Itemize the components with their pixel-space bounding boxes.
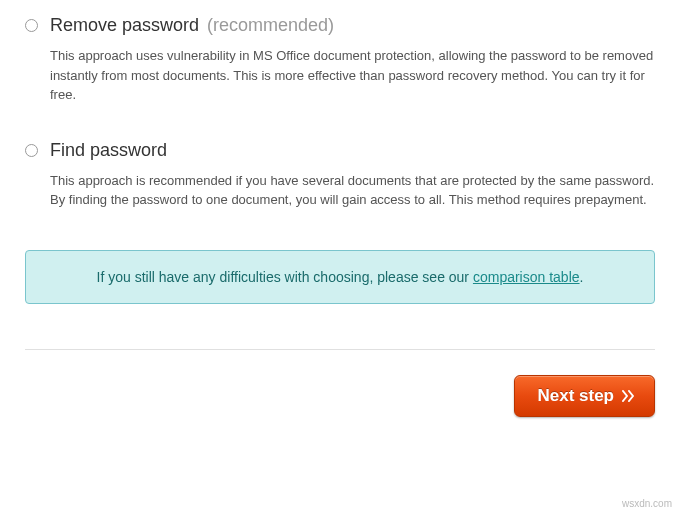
radio-find-password[interactable] [25, 144, 38, 157]
next-step-label: Next step [537, 386, 614, 406]
option-title: Remove password [50, 15, 199, 36]
button-row: Next step [25, 375, 655, 417]
option-find-password: Find password This approach is recommend… [25, 140, 655, 210]
option-description: This approach is recommended if you have… [50, 171, 655, 210]
option-title: Find password [50, 140, 167, 161]
next-step-button[interactable]: Next step [514, 375, 655, 417]
comparison-table-link[interactable]: comparison table [473, 269, 580, 285]
watermark: wsxdn.com [622, 498, 672, 509]
divider [25, 349, 655, 350]
option-header: Remove password (recommended) [25, 15, 655, 36]
info-text-prefix: If you still have any difficulties with … [97, 269, 473, 285]
option-hint: (recommended) [207, 15, 334, 36]
info-box: If you still have any difficulties with … [25, 250, 655, 304]
option-remove-password: Remove password (recommended) This appro… [25, 15, 655, 105]
option-description: This approach uses vulnerability in MS O… [50, 46, 655, 105]
info-text-suffix: . [580, 269, 584, 285]
option-header: Find password [25, 140, 655, 161]
chevron-right-icon [622, 390, 636, 402]
radio-remove-password[interactable] [25, 19, 38, 32]
